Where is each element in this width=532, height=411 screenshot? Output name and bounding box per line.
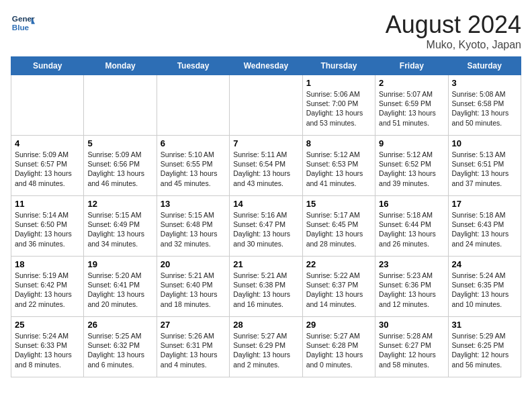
week-row-2: 4Sunrise: 5:09 AM Sunset: 6:57 PM Daylig… [11, 136, 521, 196]
day-number: 12 [87, 199, 152, 209]
cell-details: Sunrise: 5:28 AM Sunset: 6:27 PM Dayligh… [379, 331, 444, 369]
calendar-cell [84, 75, 157, 136]
calendar-cell: 3Sunrise: 5:08 AM Sunset: 6:58 PM Daylig… [448, 75, 521, 136]
day-number: 23 [379, 259, 444, 269]
cell-details: Sunrise: 5:25 AM Sunset: 6:32 PM Dayligh… [87, 331, 152, 369]
calendar-cell [157, 75, 229, 136]
day-number: 13 [161, 199, 226, 209]
title-area: August 2024 Muko, Kyoto, Japan [386, 11, 521, 51]
calendar-cell: 23Sunrise: 5:23 AM Sunset: 6:36 PM Dayli… [375, 257, 448, 317]
day-header-wednesday: Wednesday [230, 57, 302, 75]
cell-details: Sunrise: 5:13 AM Sunset: 6:51 PM Dayligh… [452, 150, 517, 188]
calendar-cell: 15Sunrise: 5:17 AM Sunset: 6:45 PM Dayli… [302, 196, 375, 257]
day-number: 6 [161, 138, 226, 148]
day-number: 28 [233, 320, 298, 330]
calendar-cell: 2Sunrise: 5:07 AM Sunset: 6:59 PM Daylig… [375, 75, 448, 136]
day-number: 14 [233, 199, 298, 209]
day-number: 21 [233, 259, 298, 269]
day-number: 31 [452, 320, 517, 330]
calendar-cell: 22Sunrise: 5:22 AM Sunset: 6:37 PM Dayli… [302, 257, 375, 317]
calendar-cell: 9Sunrise: 5:12 AM Sunset: 6:52 PM Daylig… [375, 136, 448, 196]
day-number: 9 [379, 138, 444, 148]
calendar-cell: 10Sunrise: 5:13 AM Sunset: 6:51 PM Dayli… [448, 136, 521, 196]
day-number: 20 [161, 259, 226, 269]
day-header-row: SundayMondayTuesdayWednesdayThursdayFrid… [11, 57, 521, 75]
day-number: 24 [452, 259, 517, 269]
day-number: 16 [379, 199, 444, 209]
cell-details: Sunrise: 5:29 AM Sunset: 6:25 PM Dayligh… [452, 331, 517, 369]
calendar-cell: 8Sunrise: 5:12 AM Sunset: 6:53 PM Daylig… [302, 136, 375, 196]
cell-details: Sunrise: 5:15 AM Sunset: 6:48 PM Dayligh… [161, 210, 226, 248]
day-number: 10 [452, 138, 517, 148]
day-header-friday: Friday [375, 57, 448, 75]
cell-details: Sunrise: 5:24 AM Sunset: 6:35 PM Dayligh… [452, 271, 517, 309]
day-number: 22 [306, 259, 371, 269]
day-number: 8 [306, 138, 371, 148]
cell-details: Sunrise: 5:19 AM Sunset: 6:42 PM Dayligh… [15, 271, 80, 309]
day-number: 27 [161, 320, 226, 330]
calendar-cell: 1Sunrise: 5:06 AM Sunset: 7:00 PM Daylig… [302, 75, 375, 136]
cell-details: Sunrise: 5:26 AM Sunset: 6:31 PM Dayligh… [161, 331, 226, 369]
cell-details: Sunrise: 5:20 AM Sunset: 6:41 PM Dayligh… [87, 271, 152, 309]
calendar-cell: 21Sunrise: 5:21 AM Sunset: 6:38 PM Dayli… [230, 257, 302, 317]
calendar-cell: 13Sunrise: 5:15 AM Sunset: 6:48 PM Dayli… [157, 196, 229, 257]
cell-details: Sunrise: 5:24 AM Sunset: 6:33 PM Dayligh… [15, 331, 80, 369]
week-row-3: 11Sunrise: 5:14 AM Sunset: 6:50 PM Dayli… [11, 196, 521, 257]
week-row-5: 25Sunrise: 5:24 AM Sunset: 6:33 PM Dayli… [11, 317, 521, 377]
cell-details: Sunrise: 5:18 AM Sunset: 6:43 PM Dayligh… [452, 210, 517, 248]
cell-details: Sunrise: 5:11 AM Sunset: 6:54 PM Dayligh… [233, 150, 298, 188]
calendar-table: SundayMondayTuesdayWednesdayThursdayFrid… [11, 56, 521, 377]
calendar-cell [11, 75, 84, 136]
day-number: 26 [87, 320, 152, 330]
cell-details: Sunrise: 5:17 AM Sunset: 6:45 PM Dayligh… [306, 210, 371, 248]
calendar-cell: 5Sunrise: 5:09 AM Sunset: 6:56 PM Daylig… [84, 136, 157, 196]
cell-details: Sunrise: 5:06 AM Sunset: 7:00 PM Dayligh… [306, 89, 371, 128]
cell-details: Sunrise: 5:18 AM Sunset: 6:44 PM Dayligh… [379, 210, 444, 248]
page-header: General Blue August 2024 Muko, Kyoto, Ja… [11, 11, 521, 51]
week-row-1: 1Sunrise: 5:06 AM Sunset: 7:00 PM Daylig… [11, 75, 521, 136]
day-header-tuesday: Tuesday [157, 57, 229, 75]
calendar-cell: 12Sunrise: 5:15 AM Sunset: 6:49 PM Dayli… [84, 196, 157, 257]
logo-icon: General Blue [11, 11, 35, 35]
cell-details: Sunrise: 5:14 AM Sunset: 6:50 PM Dayligh… [15, 210, 80, 248]
cell-details: Sunrise: 5:08 AM Sunset: 6:58 PM Dayligh… [452, 89, 517, 128]
calendar-cell: 11Sunrise: 5:14 AM Sunset: 6:50 PM Dayli… [11, 196, 84, 257]
calendar-cell: 19Sunrise: 5:20 AM Sunset: 6:41 PM Dayli… [84, 257, 157, 317]
calendar-cell: 20Sunrise: 5:21 AM Sunset: 6:40 PM Dayli… [157, 257, 229, 317]
day-number: 30 [379, 320, 444, 330]
calendar-cell: 4Sunrise: 5:09 AM Sunset: 6:57 PM Daylig… [11, 136, 84, 196]
svg-text:Blue: Blue [12, 23, 30, 32]
cell-details: Sunrise: 5:09 AM Sunset: 6:57 PM Dayligh… [15, 150, 80, 188]
day-number: 7 [233, 138, 298, 148]
cell-details: Sunrise: 5:27 AM Sunset: 6:29 PM Dayligh… [233, 331, 298, 369]
day-number: 17 [452, 199, 517, 209]
cell-details: Sunrise: 5:27 AM Sunset: 6:28 PM Dayligh… [306, 331, 371, 369]
day-number: 18 [15, 259, 80, 269]
day-number: 2 [379, 78, 444, 88]
cell-details: Sunrise: 5:12 AM Sunset: 6:52 PM Dayligh… [379, 150, 444, 188]
day-header-sunday: Sunday [11, 57, 84, 75]
day-number: 29 [306, 320, 371, 330]
day-number: 19 [87, 259, 152, 269]
month-year-title: August 2024 [386, 11, 521, 39]
calendar-cell: 6Sunrise: 5:10 AM Sunset: 6:55 PM Daylig… [157, 136, 229, 196]
cell-details: Sunrise: 5:15 AM Sunset: 6:49 PM Dayligh… [87, 210, 152, 248]
cell-details: Sunrise: 5:10 AM Sunset: 6:55 PM Dayligh… [161, 150, 226, 188]
cell-details: Sunrise: 5:21 AM Sunset: 6:38 PM Dayligh… [233, 271, 298, 309]
calendar-cell: 18Sunrise: 5:19 AM Sunset: 6:42 PM Dayli… [11, 257, 84, 317]
calendar-cell: 16Sunrise: 5:18 AM Sunset: 6:44 PM Dayli… [375, 196, 448, 257]
calendar-cell: 28Sunrise: 5:27 AM Sunset: 6:29 PM Dayli… [230, 317, 302, 377]
calendar-cell: 25Sunrise: 5:24 AM Sunset: 6:33 PM Dayli… [11, 317, 84, 377]
day-number: 3 [452, 78, 517, 88]
cell-details: Sunrise: 5:23 AM Sunset: 6:36 PM Dayligh… [379, 271, 444, 309]
calendar-cell [230, 75, 302, 136]
calendar-cell: 26Sunrise: 5:25 AM Sunset: 6:32 PM Dayli… [84, 317, 157, 377]
day-number: 15 [306, 199, 371, 209]
cell-details: Sunrise: 5:16 AM Sunset: 6:47 PM Dayligh… [233, 210, 298, 248]
calendar-cell: 27Sunrise: 5:26 AM Sunset: 6:31 PM Dayli… [157, 317, 229, 377]
cell-details: Sunrise: 5:09 AM Sunset: 6:56 PM Dayligh… [87, 150, 152, 188]
day-number: 4 [15, 138, 80, 148]
calendar-cell: 30Sunrise: 5:28 AM Sunset: 6:27 PM Dayli… [375, 317, 448, 377]
day-header-thursday: Thursday [302, 57, 375, 75]
cell-details: Sunrise: 5:21 AM Sunset: 6:40 PM Dayligh… [161, 271, 226, 309]
